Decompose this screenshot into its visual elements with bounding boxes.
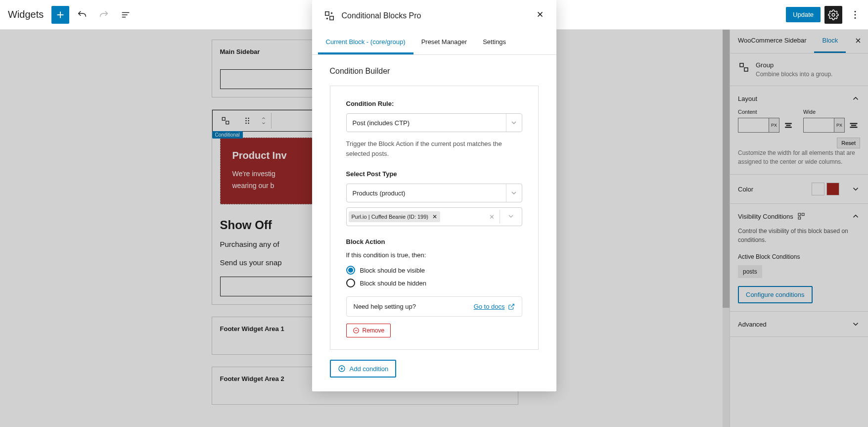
svg-point-8 (855, 17, 856, 18)
page-title: Widgets (8, 9, 44, 20)
svg-rect-30 (325, 11, 328, 15)
list-view-button[interactable] (117, 6, 135, 24)
plugin-icon (324, 10, 335, 21)
conditional-blocks-modal: Conditional Blocks Pro Current Block - (… (312, 0, 556, 30)
svg-point-6 (855, 11, 856, 12)
svg-point-7 (855, 14, 856, 15)
svg-rect-31 (329, 16, 333, 19)
redo-button[interactable] (95, 6, 113, 24)
close-modal-button[interactable] (536, 10, 545, 21)
more-button[interactable] (846, 6, 864, 24)
modal-title: Conditional Blocks Pro (342, 11, 421, 20)
update-button[interactable]: Update (786, 7, 821, 22)
undo-button[interactable] (73, 6, 91, 24)
svg-point-5 (832, 13, 835, 16)
settings-button[interactable] (824, 6, 842, 24)
add-block-button[interactable] (51, 6, 69, 24)
